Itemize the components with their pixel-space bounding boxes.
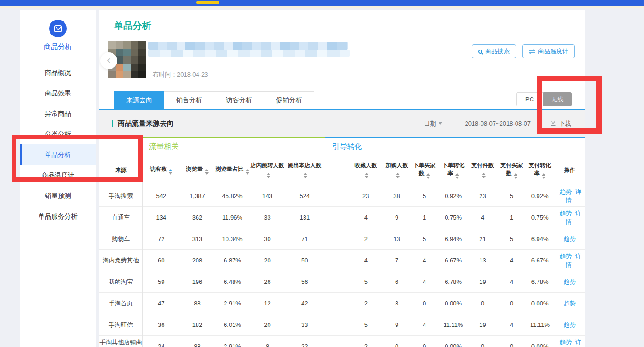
value-cell: 24 — [142, 336, 180, 347]
bag-icon — [54, 25, 62, 32]
download-button[interactable]: 下载 — [550, 120, 571, 128]
value-cell: 2 — [325, 293, 383, 314]
value-cell: 5 — [497, 185, 526, 207]
tab-销售分析[interactable]: 销售分析 — [164, 91, 214, 109]
sidebar-item-商品概况[interactable]: 商品概况 — [20, 62, 96, 83]
product-subtitle-blurred — [148, 50, 350, 57]
action-cell: 趋势 — [554, 314, 585, 336]
group-traffic: 流量相关 — [142, 138, 325, 156]
column-操作: 操作 — [554, 156, 585, 185]
value-cell: 1,387 — [180, 185, 215, 207]
sidebar-item-异常商品[interactable]: 异常商品 — [20, 103, 96, 124]
sort-icon — [455, 173, 459, 179]
column-浏览量[interactable]: 浏览量 — [180, 156, 215, 185]
value-cell: 6.78% — [526, 271, 554, 293]
sidebar-item-单品服务分析[interactable]: 单品服务分析 — [20, 206, 96, 227]
value-cell: 6.78% — [439, 271, 468, 293]
value-cell: 33 — [250, 207, 285, 228]
top-nav-active-indicator — [196, 1, 219, 4]
sort-icon — [426, 173, 430, 179]
column-收藏人数[interactable]: 收藏人数 — [325, 156, 383, 185]
column-支付件数[interactable]: 支付件数 — [468, 156, 497, 185]
sort-icon — [169, 169, 172, 175]
chevron-down-icon — [439, 122, 442, 125]
product-search-button[interactable]: 商品搜索 — [472, 44, 516, 58]
value-cell: 134 — [142, 207, 180, 228]
value-cell: 4 — [325, 207, 383, 228]
value-cell: 313 — [180, 228, 215, 250]
value-cell: 208 — [180, 250, 215, 271]
date-filter-dropdown[interactable]: 日期 — [424, 120, 442, 128]
column-下单转化[interactable]: 下单转化率 — [439, 156, 468, 185]
value-cell: 1 — [497, 207, 526, 228]
chevron-left-icon[interactable]: ‹ — [100, 52, 117, 69]
value-cell: 88 — [180, 336, 215, 347]
value-cell: 9 — [383, 314, 410, 336]
column-浏览量占比[interactable]: 浏览量占比 — [215, 156, 250, 185]
value-cell: 182 — [180, 314, 215, 336]
section-controls: 日期 2018-08-07~2018-08-07 下载 — [424, 120, 585, 128]
page-title: 单品分析 — [114, 20, 151, 32]
trend-link[interactable]: 趋势 — [559, 210, 572, 217]
value-cell: 6.67% — [526, 250, 554, 271]
value-cell: 2.91% — [215, 293, 250, 314]
value-cell: 131 — [285, 207, 325, 228]
sort-icon — [514, 173, 517, 179]
value-cell: 8 — [250, 336, 285, 347]
action-cell: 趋势 — [554, 293, 585, 314]
value-cell: 5 — [410, 185, 439, 207]
source-cell: 直通车 — [99, 207, 142, 228]
tab-来源去向[interactable]: 来源去向 — [114, 91, 164, 109]
value-cell: 7 — [383, 250, 410, 271]
value-cell: 23 — [468, 185, 497, 207]
value-cell: 6.87% — [215, 250, 250, 271]
product-thermometer-button[interactable]: 商品温度计 — [522, 44, 575, 58]
trend-link[interactable]: 趋势 — [564, 278, 576, 285]
value-cell: 196 — [180, 271, 215, 293]
value-cell: 38 — [383, 185, 410, 207]
action-cell: 趋势 — [554, 271, 585, 293]
sidebar-item-商品温度计[interactable]: 商品温度计 — [20, 165, 96, 185]
sidebar-item-分类分析[interactable]: 分类分析 — [20, 124, 96, 144]
value-cell: 20 — [250, 250, 285, 271]
trend-link[interactable]: 趋势 — [564, 235, 576, 242]
value-cell: 19 — [468, 314, 497, 336]
sidebar-item-商品效果[interactable]: 商品效果 — [20, 83, 96, 103]
value-cell: 542 — [142, 185, 180, 207]
value-cell: 0 — [468, 336, 497, 347]
value-cell: 0 — [383, 336, 410, 347]
table-body: 手淘搜索5421,38745.82%143524233850.92%2350.9… — [99, 185, 585, 347]
value-cell: 23 — [325, 185, 383, 207]
value-cell: 0.00% — [526, 336, 554, 347]
value-cell: 19 — [468, 271, 497, 293]
trend-link[interactable]: 趋势 — [564, 321, 576, 328]
value-cell: 50 — [285, 250, 325, 271]
toggle-pc-button[interactable]: PC — [516, 92, 543, 106]
action-cell: 趋势 — [554, 228, 585, 250]
column-支付买家[interactable]: 支付买家数 — [497, 156, 526, 185]
column-下单买家[interactable]: 下单买家数 — [410, 156, 439, 185]
toggle-wireless-button[interactable]: 无线 — [543, 92, 572, 106]
value-cell: 4 — [468, 207, 497, 228]
trend-link[interactable]: 趋势 — [559, 339, 572, 346]
column-店内跳转人数[interactable]: 店内跳转人数 — [250, 156, 285, 185]
column-访客数[interactable]: 访客数 — [142, 156, 180, 185]
trend-link[interactable]: 趋势 — [559, 253, 572, 260]
value-cell: 33 — [285, 314, 325, 336]
column-加购人数[interactable]: 加购人数 — [383, 156, 410, 185]
column-支付转化[interactable]: 支付转化率 — [526, 156, 554, 185]
trend-link[interactable]: 趋势 — [564, 300, 576, 307]
sidebar-item-单品分析[interactable]: 单品分析 — [20, 144, 96, 165]
sidebar-title: 商品分析 — [20, 42, 96, 51]
column-跳出本店人数[interactable]: 跳出本店人数 — [285, 156, 325, 185]
product-title-blurred — [148, 42, 348, 50]
sidebar-item-销量预测[interactable]: 销量预测 — [20, 185, 96, 206]
tab-访客分析[interactable]: 访客分析 — [214, 91, 264, 109]
value-cell: 362 — [180, 207, 215, 228]
action-cell: 趋势详情 — [554, 207, 585, 228]
section-header: 商品流量来源去向 日期 2018-08-07~2018-08-07 下载 — [99, 110, 585, 137]
trend-link[interactable]: 趋势 — [559, 188, 572, 195]
value-cell: 0.00% — [526, 293, 554, 314]
value-cell: 4 — [497, 271, 526, 293]
tab-促销分析[interactable]: 促销分析 — [264, 91, 314, 109]
